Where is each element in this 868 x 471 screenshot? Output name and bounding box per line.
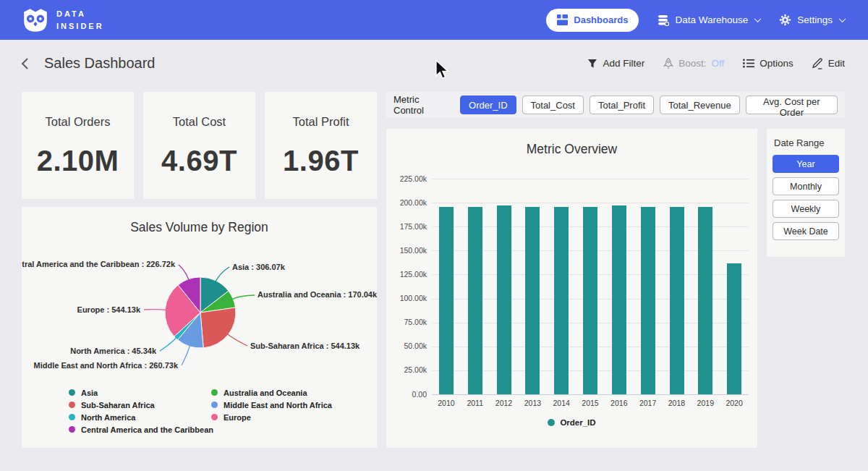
legend-label: Order_ID (560, 418, 595, 427)
pie-chart-panel: Sales Volume by Region Asia : 306.07kAus… (22, 207, 377, 448)
back-button[interactable] (20, 57, 30, 70)
bar-chart-panel: Metric Overview 0.0025.00k50.00k75.00k10… (386, 129, 757, 448)
metric-control-label: Metric Control (393, 94, 451, 116)
pie-leader-line (144, 310, 166, 310)
legend-item-north-america: North America (69, 411, 213, 423)
date-range-label: Date Range (774, 137, 839, 148)
legend-label: Middle East and North Africa (224, 401, 332, 410)
legend-label: Central America and the Caribbean (81, 425, 213, 434)
metric-control-bar: Metric Control Order_IDTotal_CostTotal_P… (386, 92, 845, 118)
bar-2013[interactable] (525, 207, 540, 394)
dashboards-grid-icon (557, 14, 568, 25)
pie-slice-sub-saharan-africa[interactable] (200, 307, 236, 348)
brand-line2: INSIDER (56, 20, 104, 33)
pie-slice-label: Middle East and North Africa : 260.73k (34, 361, 179, 370)
y-axis-tick-label: 100.00k (389, 294, 427, 302)
add-filter-label: Add Filter (603, 58, 644, 69)
pie-slice-label: Asia : 306.07k (232, 263, 286, 271)
pie-legend: AsiaSub-Saharan AfricaNorth AmericaCentr… (22, 386, 377, 441)
legend-label: Australia and Oceania (224, 389, 307, 397)
page-title: Sales Dashboard (44, 55, 155, 72)
bar-2019[interactable] (698, 207, 712, 394)
y-axis-tick-label: 25.00k (389, 365, 427, 374)
bar-2015[interactable] (583, 207, 597, 394)
filter-funnel-icon (587, 59, 597, 69)
legend-dot-icon (211, 389, 218, 396)
options-list-icon (743, 59, 754, 68)
nav-settings-menu[interactable]: Settings (779, 14, 845, 26)
bar-2012[interactable] (497, 205, 511, 394)
legend-label: Asia (81, 389, 98, 397)
x-axis-tick-label: 2014 (547, 399, 576, 407)
rocket-icon (663, 58, 673, 69)
gridline (432, 179, 749, 179)
x-axis-tick-label: 2019 (691, 399, 720, 407)
database-icon (658, 14, 669, 26)
pie-legend-column: Australia and OceaniaMiddle East and Nor… (211, 386, 332, 423)
app-root: DATA INSIDER Dashboards D (0, 0, 868, 471)
brand-line1: DATA (56, 8, 104, 20)
x-axis-tick-label: 2013 (519, 399, 548, 407)
legend-dot-icon (69, 389, 75, 396)
nav-data-warehouse-menu[interactable]: Data Warehouse (658, 14, 760, 26)
bar-2011[interactable] (468, 207, 482, 394)
kpi-label: Total Orders (46, 115, 111, 129)
x-axis-tick-label: 2020 (720, 399, 749, 407)
bar-2010[interactable] (439, 207, 454, 394)
pie-slice-label: Sub-Saharan Africa : 544.13k (250, 341, 360, 350)
pie-leader-line (160, 338, 176, 351)
chevron-down-icon (754, 15, 762, 22)
bar-2020[interactable] (727, 263, 741, 394)
page-header: Sales Dashboard Add Filter Boost: Off (0, 40, 868, 87)
legend-dot-icon (69, 414, 75, 420)
pie-chart: Asia : 306.07kAustralia and Oceania : 17… (22, 243, 377, 382)
bar-2016[interactable] (612, 205, 626, 394)
x-axis-tick-label: 2011 (461, 399, 490, 407)
metric-option-order-id[interactable]: Order_ID (460, 96, 516, 114)
kpi-label: Total Profit (293, 115, 349, 129)
bar-2017[interactable] (641, 207, 655, 394)
date-range-option-monthly[interactable]: Monthly (773, 177, 839, 195)
legend-item-central-america-and-the-caribbean: Central America and the Caribbean (69, 423, 213, 436)
date-range-buttons: YearMonthlyWeeklyWeek Date (773, 155, 839, 240)
date-range-option-year[interactable]: Year (773, 155, 839, 173)
y-axis-tick-label: 0.00 (389, 390, 427, 399)
boost-state: Off (711, 58, 724, 69)
kpi-value: 1.96T (283, 145, 359, 177)
metric-option-total-profit[interactable]: Total_Profit (590, 96, 654, 114)
legend-dot-icon (69, 426, 75, 433)
nav-dashboards-label: Dashboards (574, 14, 628, 25)
edit-label: Edit (828, 58, 845, 69)
legend-item-australia-and-oceania: Australia and Oceania (211, 386, 332, 399)
kpi-label: Total Cost (173, 115, 226, 129)
x-axis-tick-label: 2016 (605, 399, 634, 407)
header-actions: Add Filter Boost: Off Options (587, 40, 845, 87)
metric-option-avg-cost-per-order[interactable]: Avg. Cost per Order (746, 96, 838, 114)
nav-data-warehouse-label: Data Warehouse (675, 14, 748, 25)
date-range-option-week-date[interactable]: Week Date (773, 222, 839, 240)
edit-button[interactable]: Edit (812, 58, 845, 69)
options-button[interactable]: Options (743, 58, 793, 69)
legend-dot-icon (69, 402, 75, 408)
pie-slice-label: Central America and the Caribbean : 226.… (22, 260, 176, 268)
pie-leader-line (179, 265, 189, 280)
metric-option-total-revenue[interactable]: Total_Revenue (660, 96, 740, 114)
kpi-card-total-cost: Total Cost 4.69T (143, 92, 255, 199)
metric-buttons: Order_IDTotal_CostTotal_ProfitTotal_Reve… (460, 96, 838, 114)
date-range-option-weekly[interactable]: Weekly (773, 200, 839, 218)
x-axis-tick-label: 2010 (432, 399, 461, 407)
bar-2014[interactable] (554, 207, 569, 394)
metric-option-total-cost[interactable]: Total_Cost (522, 96, 584, 114)
gear-icon (779, 14, 791, 26)
boost-toggle[interactable]: Boost: Off (663, 58, 724, 69)
bar-2018[interactable] (670, 207, 684, 394)
pie-slice-label: North America : 45.34k (70, 347, 157, 355)
brand-text: DATA INSIDER (56, 8, 104, 32)
kpi-value: 4.69T (161, 145, 237, 177)
pie-chart-title: Sales Volume by Region (22, 220, 377, 235)
bar-chart-title: Metric Overview (386, 142, 757, 157)
x-axis-tick-label: 2015 (576, 399, 605, 407)
add-filter-button[interactable]: Add Filter (587, 58, 644, 69)
nav-dashboards-button[interactable]: Dashboards (546, 9, 639, 32)
pie-leader-line (182, 346, 190, 365)
